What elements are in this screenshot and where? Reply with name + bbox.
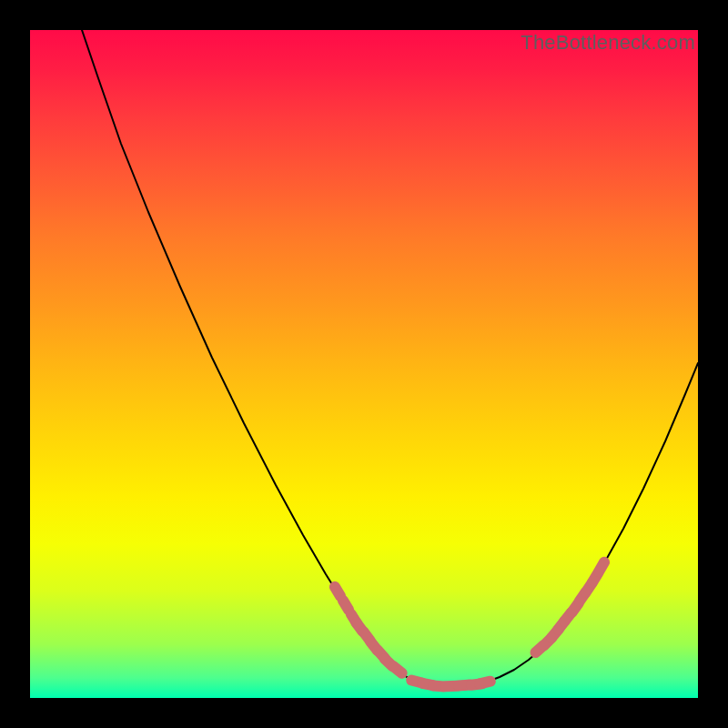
plot-area xyxy=(30,30,698,698)
marker-group-right xyxy=(528,555,612,661)
curve-svg xyxy=(30,30,698,698)
curve-marker xyxy=(473,675,497,691)
marker-group-bottom xyxy=(405,673,497,693)
bottleneck-curve xyxy=(82,30,698,686)
chart-frame: TheBottleneck.com xyxy=(0,0,728,728)
watermark-text: TheBottleneck.com xyxy=(521,31,695,55)
marker-group-left xyxy=(328,580,410,682)
